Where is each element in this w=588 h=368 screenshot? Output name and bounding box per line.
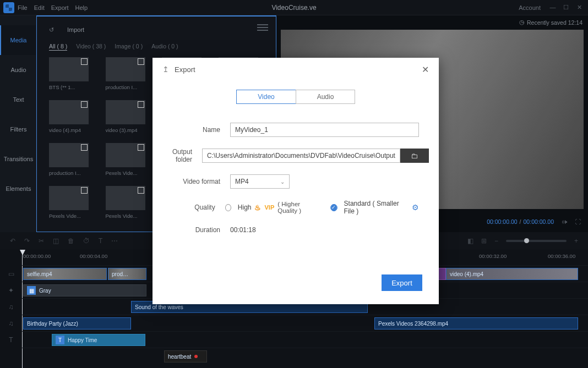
quality-standard-label: Standard ( Smaller File ) bbox=[344, 200, 403, 215]
export-title: Export bbox=[175, 65, 195, 74]
name-input[interactable] bbox=[230, 123, 419, 137]
export-dialog: ↥ Export ✕ Video Audio Name Output folde… bbox=[153, 58, 439, 304]
export-tab-video[interactable]: Video bbox=[236, 90, 296, 104]
modal-overlay: ↥ Export ✕ Video Audio Name Output folde… bbox=[0, 0, 588, 368]
label-output: Output folder bbox=[172, 148, 202, 163]
export-icon: ↥ bbox=[162, 65, 169, 74]
label-name: Name bbox=[172, 126, 230, 134]
format-value: MP4 bbox=[235, 178, 249, 185]
export-button[interactable]: Export bbox=[382, 274, 422, 291]
export-tab-audio[interactable]: Audio bbox=[296, 90, 355, 104]
label-format: Video format bbox=[172, 178, 230, 185]
quality-high-radio[interactable] bbox=[225, 204, 231, 211]
quality-high-label: High bbox=[238, 204, 252, 211]
settings-gear-icon[interactable]: ⚙ bbox=[412, 203, 419, 212]
close-icon[interactable]: ✕ bbox=[422, 64, 429, 75]
fire-icon: ♨ bbox=[254, 204, 261, 212]
quality-standard-radio[interactable] bbox=[330, 204, 337, 211]
chevron-down-icon: ⌄ bbox=[280, 179, 285, 185]
output-folder-field[interactable]: C:\Users\Administrator\Documents\DVDFab\… bbox=[202, 149, 400, 163]
label-quality: Quality bbox=[172, 204, 225, 211]
browse-folder-button[interactable]: 🗀 bbox=[400, 149, 429, 163]
label-duration: Duration bbox=[172, 226, 230, 234]
format-select[interactable]: MP4 ⌄ bbox=[230, 174, 290, 189]
vip-badge: VIP bbox=[264, 204, 274, 211]
duration-value: 00:01:18 bbox=[230, 226, 256, 234]
quality-high-note: ( Higher Quality ) bbox=[277, 201, 317, 214]
